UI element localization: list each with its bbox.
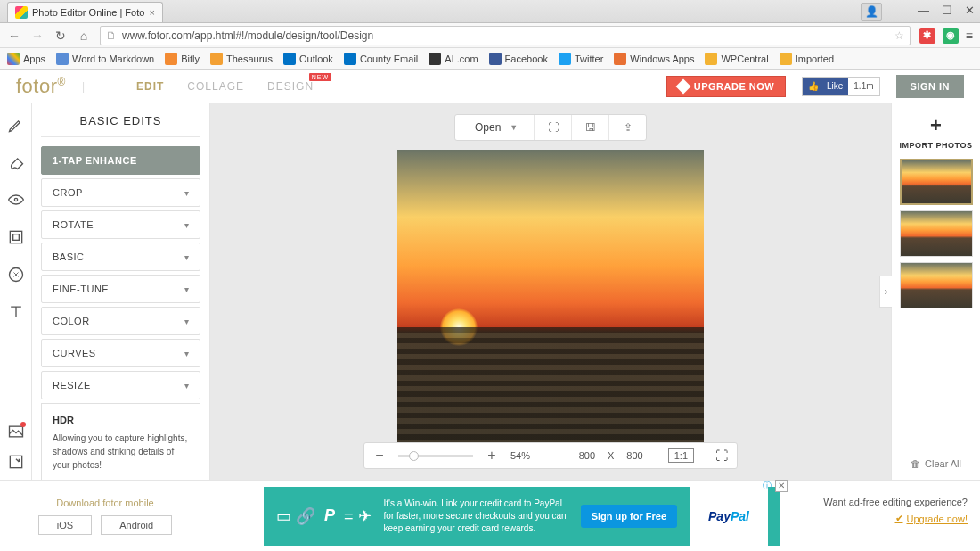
hdr-title: HDR — [53, 413, 189, 428]
bottom-strip: Download fotor mobile iOS Android ▭ 🔗 P … — [0, 480, 980, 551]
ad-icons: ▭ 🔗 P = ✈ — [276, 506, 372, 526]
tool-rail — [0, 103, 32, 480]
panel-item-color[interactable]: COLOR▾ — [41, 307, 200, 335]
bookmark-item[interactable]: Windows Apps — [614, 53, 694, 65]
zoom-in-button[interactable]: + — [486, 448, 498, 464]
url-text: www.fotor.com/app.html#!/module/design/t… — [122, 29, 373, 42]
collapse-right-icon[interactable]: › — [879, 276, 892, 308]
bookmarks-bar: AppsWord to MarkdownBitlyThesaurusOutloo… — [0, 48, 980, 70]
hdr-card[interactable]: HDR Allowing you to capture highlights, … — [41, 403, 200, 480]
adfree-question: Want ad-free editing experience? — [823, 497, 968, 507]
paypal-logo: PayPal — [690, 487, 768, 546]
save-icon[interactable]: 🖫 — [572, 115, 609, 140]
open-dropdown[interactable]: Open ▼ — [455, 115, 535, 140]
bookmark-item[interactable]: Thesaurus — [210, 53, 273, 65]
svg-point-0 — [14, 198, 17, 201]
panel-title: BASIC EDITS — [41, 114, 200, 127]
window-controls: — ☐ ✕ — [918, 4, 975, 17]
upgrade-button[interactable]: UPGRADE NOW — [666, 76, 786, 97]
fullscreen-icon[interactable]: ⛶ — [715, 448, 728, 463]
share-icon[interactable]: ⇪ — [609, 115, 646, 140]
export-icon[interactable] — [7, 453, 25, 471]
canvas-toolbar: Open ▼ ⛶ 🖫 ⇪ — [454, 114, 647, 141]
edit-panel: BASIC EDITS 1-TAP ENHANCECROP▾ROTATE▾BAS… — [32, 103, 210, 480]
nav-back-icon[interactable]: ← — [7, 29, 21, 43]
bookmark-item[interactable]: Twitter — [559, 53, 603, 65]
browser-menu-icon[interactable]: ≡ — [966, 29, 973, 43]
bookmark-item[interactable]: Bitly — [165, 53, 200, 65]
ad-info-icon[interactable]: ⓘ — [763, 480, 772, 492]
app-header: fotor® | EDITCOLLAGEDESIGNNEW UPGRADE NO… — [0, 70, 980, 103]
ad-cta-button[interactable]: Sign up for Free — [581, 505, 677, 528]
window-maximize-icon[interactable]: ☐ — [942, 4, 952, 17]
panel-item-basic[interactable]: BASIC▾ — [41, 243, 200, 271]
thumbnails — [893, 159, 980, 308]
fb-like-button[interactable]: 👍 Like 1.1m — [802, 77, 879, 96]
upgrade-label: UPGRADE NOW — [694, 81, 774, 92]
thumbnail[interactable] — [900, 159, 973, 205]
canvas-area: Open ▼ ⛶ 🖫 ⇪ − + 54% 800 X 800 1:1 ⛶ › — [210, 103, 891, 480]
frame-icon[interactable] — [7, 228, 25, 246]
hdr-desc: Allowing you to capture highlights, shad… — [53, 433, 187, 470]
tab-close-icon[interactable]: × — [149, 7, 154, 18]
panel-item-fine-tune[interactable]: FINE-TUNE▾ — [41, 275, 200, 303]
bookmark-item[interactable]: AL.com — [429, 53, 478, 65]
panel-item-resize[interactable]: RESIZE▾ — [41, 371, 200, 399]
sticker-icon[interactable] — [7, 266, 25, 284]
panel-item-crop[interactable]: CROP▾ — [41, 178, 200, 207]
bookmark-item[interactable]: Word to Markdown — [56, 53, 154, 65]
bookmark-item[interactable]: County Email — [344, 53, 418, 65]
bookmark-item[interactable]: Facebook — [489, 53, 548, 65]
canvas-image[interactable] — [397, 150, 704, 456]
signin-button[interactable]: SIGN IN — [896, 75, 964, 98]
panel-item-curves[interactable]: CURVES▾ — [41, 339, 200, 367]
nav-home-icon[interactable]: ⌂ — [77, 29, 91, 43]
nav-edit[interactable]: EDIT — [136, 80, 164, 93]
ad-close-icon[interactable]: ✕ — [775, 480, 788, 492]
image-icon[interactable] — [7, 423, 25, 440]
star-icon[interactable]: ☆ — [894, 29, 904, 42]
browser-tab[interactable]: Photo Editor Online | Foto × — [7, 2, 163, 22]
nav-reload-icon[interactable]: ↻ — [53, 29, 68, 43]
extension-icon[interactable]: ✱ — [919, 28, 935, 44]
panel-item-rotate[interactable]: ROTATE▾ — [41, 210, 200, 239]
thumbnail[interactable] — [900, 210, 973, 257]
window-close-icon[interactable]: ✕ — [965, 4, 975, 17]
zoom-value: 54% — [510, 450, 530, 461]
dim-w: 800 — [579, 450, 595, 461]
bookmark-item[interactable]: Outlook — [283, 53, 333, 65]
window-minimize-icon[interactable]: — — [918, 4, 929, 17]
nav-forward-icon[interactable]: → — [30, 29, 45, 43]
import-label: IMPORT PHOTOS — [900, 141, 973, 150]
import-photos-button[interactable]: + IMPORT PHOTOS — [900, 114, 973, 150]
open-label: Open — [475, 121, 501, 134]
bookmark-item[interactable]: WPCentral — [705, 53, 768, 65]
eye-icon[interactable] — [7, 191, 25, 209]
thumbnail[interactable] — [900, 262, 973, 308]
panel-item--tap-enhance[interactable]: 1-TAP ENHANCE — [41, 146, 200, 175]
zoom-bar: − + 54% 800 X 800 1:1 ⛶ — [363, 442, 738, 469]
text-icon[interactable] — [7, 303, 25, 321]
download-mobile: Download fotor mobile iOS Android — [0, 498, 210, 535]
paint-icon[interactable] — [7, 153, 25, 171]
logo[interactable]: fotor® — [16, 75, 66, 98]
bookmark-item[interactable]: Apps — [7, 53, 45, 65]
ratio-button[interactable]: 1:1 — [668, 448, 694, 463]
browser-profile-button[interactable]: 👤 — [861, 3, 882, 21]
pencil-icon[interactable] — [7, 116, 25, 134]
fitscreen-icon[interactable]: ⛶ — [535, 115, 572, 140]
ad-banner[interactable]: ▭ 🔗 P = ✈ It's a Win-win. Link your cred… — [264, 487, 780, 546]
bookmark-item[interactable]: Imported — [780, 53, 834, 65]
zoom-out-button[interactable]: − — [373, 448, 386, 464]
zoom-slider[interactable] — [398, 455, 473, 457]
nav-collage[interactable]: COLLAGE — [187, 80, 244, 93]
ios-button[interactable]: iOS — [38, 515, 92, 535]
nav-design[interactable]: DESIGNNEW — [267, 80, 314, 93]
ad-text: It's a Win-win. Link your credit card to… — [384, 498, 568, 535]
android-button[interactable]: Android — [101, 515, 172, 535]
svg-rect-1 — [10, 231, 21, 243]
clear-all-button[interactable]: 🗑 Clear All — [911, 458, 961, 469]
extension-icon[interactable]: ◉ — [943, 28, 959, 44]
upgrade-now-link[interactable]: ✔ Upgrade now! — [895, 513, 968, 524]
url-input[interactable]: 🗋 www.fotor.com/app.html#!/module/design… — [100, 26, 911, 45]
